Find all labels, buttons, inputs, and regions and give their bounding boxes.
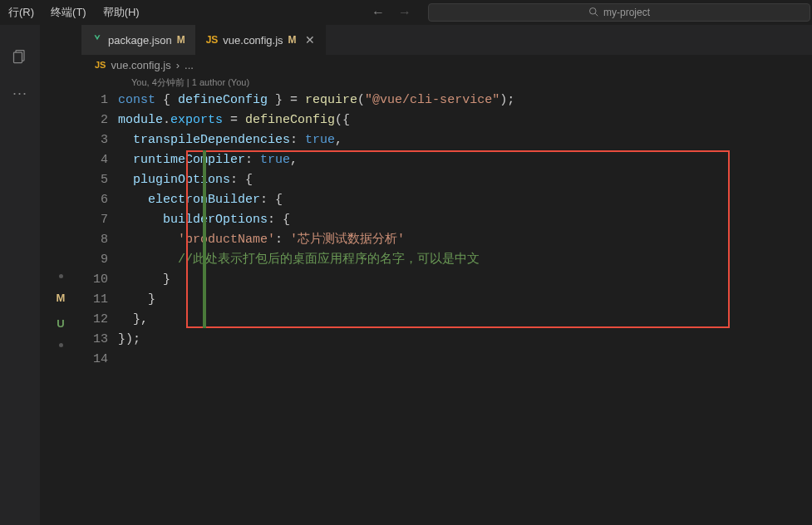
tab-bar: package.json M JS vue.config.js M ✕ [81,25,812,55]
line-number: 1 [81,91,118,110]
tab-label: package.json [108,34,172,47]
menu-run[interactable]: 行(R) [0,2,42,23]
line-number: 6 [81,190,118,210]
breadcrumb-file: vue.config.js [111,59,170,71]
modified-dot-icon [59,274,63,278]
activity-bar: ··· [0,25,40,525]
breadcrumb[interactable]: JS vue.config.js › ... [81,55,812,75]
menu-terminal[interactable]: 终端(T) [42,2,95,23]
line-number: 4 [81,150,118,170]
line-number: 2 [81,110,118,130]
breadcrumb-more: ... [185,59,194,71]
codelens-author[interactable]: You, 4分钟前 | 1 author (You) [81,76,812,89]
tab-modified-badge: M [177,34,185,46]
line-number: 14 [81,350,118,370]
search-text: my-project [603,7,650,18]
code-editor[interactable]: 1const { defineConfig } = require("@vue/… [81,91,812,370]
line-number: 12 [81,310,118,330]
modified-dot-icon [59,343,63,347]
js-file-icon: JS [95,60,106,70]
line-number: 13 [81,330,118,350]
line-number: 7 [81,210,118,230]
line-number: 11 [81,290,118,310]
more-icon[interactable]: ··· [10,83,30,103]
line-number: 3 [81,130,118,150]
svg-line-1 [595,13,598,16]
close-icon[interactable]: ✕ [305,33,315,47]
chevron-right-icon: › [176,59,180,71]
diff-added-bar [203,150,206,328]
tab-label: vue.config.js [223,34,283,47]
line-number: 5 [81,170,118,190]
menu-help[interactable]: 帮助(H) [95,2,148,23]
search-icon [588,7,598,19]
tab-vue-config[interactable]: JS vue.config.js M ✕ [196,25,326,55]
explorer-collapse-icon[interactable] [10,47,30,66]
line-number: 8 [81,230,118,250]
line-number: 10 [81,270,118,290]
js-file-icon: JS [206,34,219,46]
nav-forward-icon[interactable]: → [398,5,411,20]
command-center[interactable]: my-project [428,3,810,22]
menu-bar: 行(R) 终端(T) 帮助(H) [0,2,148,23]
svg-rect-3 [14,52,22,63]
tab-modified-badge: M [288,34,297,46]
file-status-strip: M U [40,25,81,525]
svg-point-0 [589,7,596,14]
status-u: U [57,317,64,330]
nav-arrows: ← → [372,5,411,20]
nav-back-icon[interactable]: ← [372,5,385,20]
status-m: M [57,292,66,304]
json-file-icon [91,33,103,47]
line-number: 9 [81,250,118,270]
tab-package-json[interactable]: package.json M [81,25,196,55]
